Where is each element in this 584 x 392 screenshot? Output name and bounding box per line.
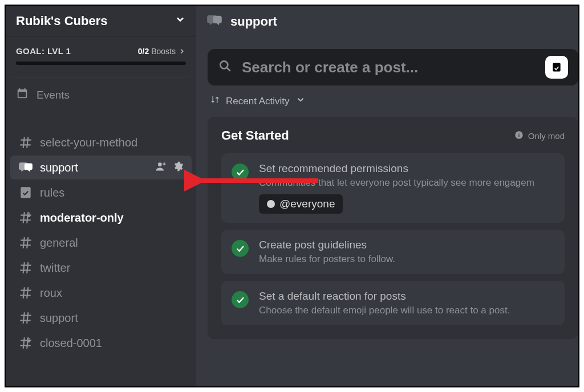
channel-label: moderator-only [40,211,124,224]
setup-card[interactable]: Set recommended permissionsCommunities t… [221,153,565,223]
svg-rect-1 [21,187,30,198]
rules-icon [18,185,33,200]
channel-support[interactable]: support [10,156,192,179]
sort-selector[interactable]: Recent Activity [210,95,576,108]
guidelines-button[interactable] [545,56,568,79]
role-chip[interactable]: @everyone [259,194,343,214]
sort-icon [210,95,220,108]
search-icon [218,59,233,76]
hash-icon [18,285,33,300]
role-name: @everyone [279,198,335,210]
channel-label: roux [40,287,62,300]
channel-select-your-method[interactable]: select-your-method [10,130,192,154]
svg-point-4 [220,61,228,68]
chevron-down-icon [295,95,306,108]
channel-label: support [40,312,78,325]
get-started-panel: Get Started Only mod Set recommended per… [208,117,578,339]
hash-icon [18,135,33,150]
svg-point-0 [158,162,162,166]
boost-count: 0/2 Boosts [138,47,186,56]
channel-list: select-your-methodsupportrulesmoderator-… [6,130,196,355]
channel-twitter[interactable]: twitter [10,256,192,280]
invite-icon[interactable] [155,161,167,175]
card-subtitle: Communities that let everyone post typic… [259,177,534,189]
only-mod-note: Only mod [514,130,565,141]
sort-label: Recent Activity [226,96,290,107]
main-area: support Search or create a post... Recen… [196,6,578,386]
lock-icon [25,208,32,221]
divider [11,77,190,78]
events-link[interactable]: Events [6,80,196,109]
channel-rules[interactable]: rules [10,181,192,205]
server-header[interactable]: Rubik's Cubers [6,6,196,37]
svg-rect-2 [27,215,30,218]
app-window: Rubik's Cubers GOAL: LVL 1 0/2 Boosts Ev… [5,5,579,387]
search-placeholder: Search or create a post... [242,59,536,76]
calendar-icon [16,87,29,103]
channel-topbar: support [196,6,578,38]
hash-icon [18,311,33,325]
channel-support[interactable]: support [10,306,192,330]
setup-card[interactable]: Create post guidelinesMake rules for pos… [221,230,565,274]
channel-title: support [230,14,277,29]
svg-rect-9 [518,133,519,133]
channel-general[interactable]: general [10,231,192,255]
channel-label: rules [40,186,64,199]
chevron-down-icon [175,14,186,28]
forum-icon [206,13,222,31]
channel-label: closed-0001 [40,337,102,350]
channel-label: select-your-method [40,136,137,149]
channel-label: general [40,236,78,250]
svg-rect-6 [553,63,560,72]
channel-label: twitter [40,262,70,275]
divider [11,112,190,112]
channel-closed-0001[interactable]: closed-0001 [10,331,192,355]
boost-goal-label: GOAL: LVL 1 [16,46,71,56]
role-dot-icon [267,200,275,208]
events-label: Events [36,89,70,101]
gear-icon[interactable] [172,161,184,175]
check-icon [232,240,249,257]
hash-icon [18,235,33,250]
card-title: Set recommended permissions [259,162,534,175]
check-icon [232,291,249,308]
channel-moderator-only[interactable]: moderator-only [10,206,192,230]
search-create-bar[interactable]: Search or create a post... [208,49,578,85]
card-title: Set a default reaction for posts [259,290,510,303]
svg-line-5 [227,68,230,71]
card-subtitle: Choose the default emoji people will use… [259,305,510,316]
hash-icon [18,260,33,275]
panel-title: Get Started [221,128,289,143]
server-name: Rubik's Cubers [16,14,108,28]
card-subtitle: Make rules for posters to follow. [259,254,395,265]
setup-card[interactable]: Set a default reaction for postsChoose t… [221,281,565,325]
content-area: Search or create a post... Recent Activi… [196,38,578,339]
svg-rect-3 [27,340,30,343]
svg-rect-8 [518,134,519,137]
info-icon [514,130,524,141]
channel-label: support [40,161,78,174]
boost-panel[interactable]: GOAL: LVL 1 0/2 Boosts [6,37,196,75]
channel-roux[interactable]: roux [10,281,192,305]
card-title: Create post guidelines [259,239,395,251]
server-sidebar: Rubik's Cubers GOAL: LVL 1 0/2 Boosts Ev… [6,6,196,386]
forum-icon [18,160,33,175]
boost-progress-bar [16,62,186,65]
lock-icon [25,333,32,346]
check-icon [232,164,249,181]
